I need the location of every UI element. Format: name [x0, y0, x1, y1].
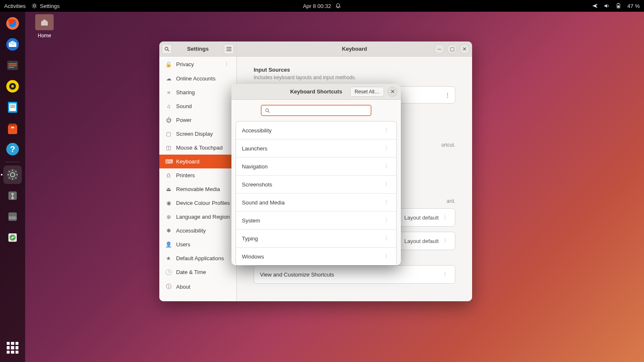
dock-thunderbird[interactable] [3, 35, 22, 54]
category-label: Windows [242, 253, 264, 260]
sidebar-item-users[interactable]: 👤Users [159, 238, 236, 251]
sidebar-item-online-accounts[interactable]: ☁Online Accounts [159, 72, 236, 85]
dock-firefox[interactable] [3, 14, 22, 33]
nav-label: Mouse & Touchpad [176, 145, 223, 151]
clock[interactable]: Apr 8 00:32 [303, 3, 331, 9]
nav-icon: ▢ [165, 131, 172, 137]
chevron-right-icon: 〉 [225, 60, 231, 68]
reset-all-button[interactable]: Reset All… [350, 87, 384, 97]
svg-rect-16 [10, 105, 15, 106]
shortcuts-search[interactable] [261, 105, 371, 116]
sidebar-item-removable-media[interactable]: ⏏Removable Media [159, 182, 236, 196]
dock-usb[interactable] [3, 186, 22, 205]
chevron-right-icon: 〉 [385, 217, 390, 224]
nav-label: Accessibility [176, 228, 206, 234]
volume-icon[interactable] [604, 3, 610, 9]
sidebar-item-date-time[interactable]: 🕑Date & Time [159, 265, 236, 279]
minimize-button[interactable]: ─ [434, 44, 444, 54]
maximize-button[interactable]: ▢ [447, 44, 457, 54]
nav-label: Default Applications [176, 255, 224, 261]
dock-software[interactable] [3, 119, 22, 137]
nav-label: Printers [176, 172, 195, 178]
sidebar-item-device-colour-profiles[interactable]: ◉Device Colour Profiles [159, 196, 236, 210]
shortcut-category-system[interactable]: System〉 [236, 212, 396, 230]
sidebar-search-button[interactable] [162, 44, 172, 54]
dock-help[interactable]: ? [3, 140, 22, 158]
nav-icon: ✱ [165, 228, 172, 234]
activities-button[interactable]: Activities [4, 3, 26, 9]
shortcut-category-screenshots[interactable]: Screenshots〉 [236, 176, 396, 194]
svg-rect-10 [8, 67, 14, 68]
hamburger-button[interactable] [224, 44, 234, 54]
sidebar-item-language-and-region[interactable]: ⊕Language and Region [159, 210, 236, 224]
chevron-right-icon: 〉 [444, 237, 449, 245]
sidebar-item-sound[interactable]: ♫Sound [159, 99, 236, 113]
svg-point-30 [266, 109, 269, 111]
sidebar-item-keyboard[interactable]: ⌨Keyboard [159, 155, 236, 168]
dialog-close-button[interactable]: ✕ [387, 87, 397, 97]
shortcut-category-typing[interactable]: Typing〉 [236, 230, 396, 248]
sidebar-item-accessibility[interactable]: ✱Accessibility [159, 224, 236, 238]
sidebar-item-default-applications[interactable]: ★Default Applications [159, 251, 236, 265]
sidebar-item-privacy[interactable]: 🔒Privacy〉 [159, 57, 236, 72]
chevron-right-icon: 〉 [385, 235, 390, 242]
shortcut-category-launchers[interactable]: Launchers〉 [236, 140, 396, 158]
dock-writer[interactable] [3, 98, 22, 116]
svg-text:?: ? [10, 145, 15, 154]
shortcut-category-accessibility[interactable]: Accessibility〉 [236, 122, 396, 140]
svg-rect-19 [11, 127, 14, 128]
kebab-icon[interactable]: ⋮ [445, 92, 449, 98]
category-label: Accessibility [242, 127, 272, 134]
close-window-button[interactable]: ✕ [460, 44, 470, 54]
category-label: Launchers [242, 145, 267, 152]
nav-label: Keyboard [176, 158, 200, 165]
nav-icon: ⓘ [165, 283, 172, 290]
nav-icon: ⌨ [165, 158, 172, 165]
dock-trash[interactable] [3, 228, 22, 247]
sidebar-item-about[interactable]: ⓘAbout [159, 279, 236, 294]
view-shortcuts-label: View and Customize Shortcuts [260, 272, 334, 278]
nav-icon: ⊕ [165, 214, 172, 220]
dock-ssd[interactable]: SSD [3, 207, 22, 226]
chevron-right-icon: 〉 [385, 181, 390, 188]
sidebar-item-mouse-touchpad[interactable]: ◫Mouse & Touchpad [159, 141, 236, 155]
show-applications[interactable] [3, 339, 22, 357]
view-shortcuts-row[interactable]: View and Customize Shortcuts 〉 [254, 265, 455, 284]
sidebar-item-printers[interactable]: ⎙Printers [159, 168, 236, 182]
sidebar-item-power[interactable]: ⏻Power [159, 113, 236, 127]
svg-rect-18 [10, 107, 15, 108]
nav-label: Removable Media [176, 186, 220, 192]
shortcut-category-navigation[interactable]: Navigation〉 [236, 158, 396, 176]
nav-label: Sharing [176, 89, 195, 96]
input-sources-heading: Input Sources [254, 67, 455, 73]
content-header-title: Keyboard [342, 46, 367, 52]
shortcuts-search-input[interactable] [273, 107, 367, 114]
shortcut-category-windows[interactable]: Windows〉 [236, 248, 396, 265]
nav-icon: ◫ [165, 145, 172, 151]
search-icon [164, 47, 169, 52]
nav-label: Sound [176, 103, 192, 109]
sidebar-item-screen-display[interactable]: ▢Screen Display [159, 127, 236, 141]
shortcut-category-sound-and-media[interactable]: Sound and Media〉 [236, 194, 396, 212]
desktop-home-label: Home [38, 33, 51, 39]
battery-icon[interactable] [615, 3, 621, 9]
nav-label: Users [176, 241, 190, 248]
keyboard-shortcuts-dialog: Keyboard Shortcuts Reset All… ✕ Accessib… [231, 84, 401, 265]
folder-icon [35, 14, 54, 30]
svg-rect-8 [8, 63, 17, 65]
nav-icon: ★ [165, 255, 172, 261]
notification-bell-icon[interactable] [335, 3, 341, 9]
dock-settings[interactable] [3, 165, 22, 184]
svg-point-13 [11, 85, 14, 88]
svg-text:SSD: SSD [9, 216, 17, 220]
svg-point-29 [165, 47, 168, 50]
dock-files[interactable] [3, 56, 22, 75]
airplane-icon[interactable] [592, 3, 598, 9]
app-menu[interactable]: Settings [31, 3, 60, 9]
nav-icon: ⎙ [165, 172, 172, 178]
dock-rhythmbox[interactable] [3, 77, 22, 96]
nav-label: Online Accounts [176, 75, 216, 82]
desktop-home-folder[interactable]: Home [35, 14, 54, 39]
sidebar-item-sharing[interactable]: ∝Sharing [159, 85, 236, 99]
sidebar-title: Settings [172, 46, 224, 52]
